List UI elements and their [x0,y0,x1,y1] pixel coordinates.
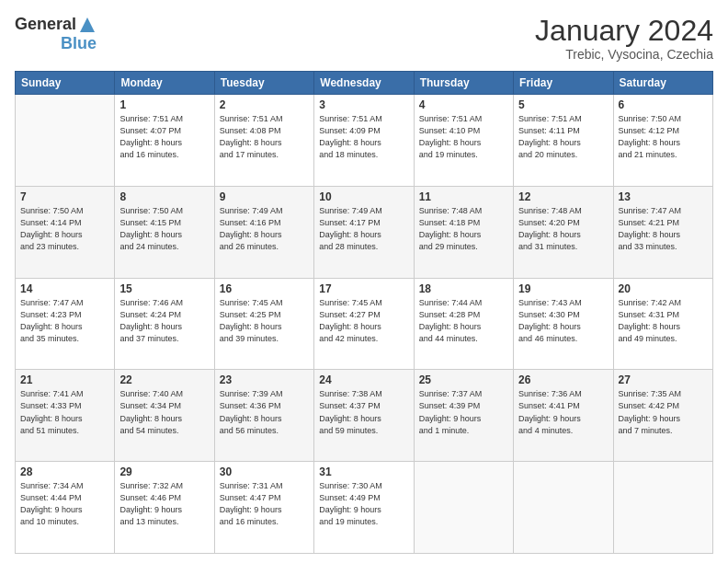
calendar-cell: 8Sunrise: 7:50 AMSunset: 4:15 PMDaylight… [115,186,214,278]
calendar-day-header: Thursday [414,72,513,95]
day-info: Sunrise: 7:46 AMSunset: 4:24 PMDaylight:… [119,297,209,345]
day-number: 11 [419,190,508,203]
day-info: Sunrise: 7:48 AMSunset: 4:20 PMDaylight:… [518,205,608,253]
day-number: 17 [319,282,408,295]
day-info: Sunrise: 7:32 AMSunset: 4:46 PMDaylight:… [119,480,209,528]
calendar-cell [514,462,613,554]
calendar-cell: 20Sunrise: 7:42 AMSunset: 4:31 PMDayligh… [613,278,712,370]
calendar-cell: 3Sunrise: 7:51 AMSunset: 4:09 PMDaylight… [314,95,414,187]
calendar-cell [16,95,115,187]
day-info: Sunrise: 7:47 AMSunset: 4:23 PMDaylight:… [20,297,109,345]
day-info: Sunrise: 7:43 AMSunset: 4:30 PMDaylight:… [518,297,608,345]
calendar-day-header: Saturday [613,72,712,95]
calendar-week-row: 14Sunrise: 7:47 AMSunset: 4:23 PMDayligh… [16,278,713,370]
day-number: 14 [20,282,109,295]
day-number: 30 [220,465,309,478]
day-number: 5 [518,98,608,111]
day-info: Sunrise: 7:37 AMSunset: 4:39 PMDaylight:… [419,388,508,436]
day-number: 23 [220,373,309,386]
day-info: Sunrise: 7:49 AMSunset: 4:16 PMDaylight:… [220,205,309,253]
day-number: 19 [518,282,608,295]
calendar-cell [613,462,712,554]
calendar-week-row: 21Sunrise: 7:41 AMSunset: 4:33 PMDayligh… [16,370,713,462]
day-number: 25 [419,373,508,386]
calendar-body: 1Sunrise: 7:51 AMSunset: 4:07 PMDaylight… [16,95,713,554]
subtitle: Trebic, Vysocina, Czechia [535,47,713,62]
calendar-cell: 9Sunrise: 7:49 AMSunset: 4:16 PMDaylight… [214,186,313,278]
calendar-cell: 22Sunrise: 7:40 AMSunset: 4:34 PMDayligh… [115,370,214,462]
calendar-cell: 31Sunrise: 7:30 AMSunset: 4:49 PMDayligh… [314,462,414,554]
day-info: Sunrise: 7:36 AMSunset: 4:41 PMDaylight:… [518,388,608,436]
day-number: 16 [220,282,309,295]
calendar-day-header: Sunday [16,72,115,95]
day-number: 3 [319,98,408,111]
day-info: Sunrise: 7:51 AMSunset: 4:09 PMDaylight:… [319,113,408,161]
calendar-cell: 15Sunrise: 7:46 AMSunset: 4:24 PMDayligh… [115,278,214,370]
main-title: January 2024 [535,15,713,47]
day-info: Sunrise: 7:48 AMSunset: 4:18 PMDaylight:… [419,205,508,253]
day-info: Sunrise: 7:45 AMSunset: 4:25 PMDaylight:… [220,297,309,345]
day-number: 31 [319,465,408,478]
day-info: Sunrise: 7:39 AMSunset: 4:36 PMDaylight:… [220,388,309,436]
calendar-week-row: 7Sunrise: 7:50 AMSunset: 4:14 PMDaylight… [16,186,713,278]
day-info: Sunrise: 7:50 AMSunset: 4:14 PMDaylight:… [20,205,109,253]
calendar-cell: 25Sunrise: 7:37 AMSunset: 4:39 PMDayligh… [414,370,513,462]
day-number: 8 [119,190,209,203]
day-number: 29 [119,465,209,478]
day-info: Sunrise: 7:38 AMSunset: 4:37 PMDaylight:… [319,388,408,436]
day-number: 27 [619,373,708,386]
day-info: Sunrise: 7:42 AMSunset: 4:31 PMDaylight:… [619,297,708,345]
logo-general-text: General [15,15,76,34]
calendar-cell: 28Sunrise: 7:34 AMSunset: 4:44 PMDayligh… [16,462,115,554]
day-info: Sunrise: 7:49 AMSunset: 4:17 PMDaylight:… [319,205,408,253]
calendar-cell [414,462,513,554]
calendar-cell: 14Sunrise: 7:47 AMSunset: 4:23 PMDayligh… [16,278,115,370]
calendar-cell: 29Sunrise: 7:32 AMSunset: 4:46 PMDayligh… [115,462,214,554]
day-number: 26 [518,373,608,386]
page-header: General Blue January 2024 Trebic, Vysoci… [15,15,713,62]
day-number: 20 [619,282,708,295]
calendar-cell: 13Sunrise: 7:47 AMSunset: 4:21 PMDayligh… [613,186,712,278]
day-number: 12 [518,190,608,203]
day-info: Sunrise: 7:47 AMSunset: 4:21 PMDaylight:… [619,205,708,253]
day-number: 18 [419,282,508,295]
day-info: Sunrise: 7:50 AMSunset: 4:15 PMDaylight:… [119,205,209,253]
calendar-cell: 26Sunrise: 7:36 AMSunset: 4:41 PMDayligh… [514,370,613,462]
day-info: Sunrise: 7:40 AMSunset: 4:34 PMDaylight:… [119,388,209,436]
day-info: Sunrise: 7:31 AMSunset: 4:47 PMDaylight:… [220,480,309,528]
calendar-week-row: 28Sunrise: 7:34 AMSunset: 4:44 PMDayligh… [16,462,713,554]
logo-icon [78,16,97,34]
calendar-cell: 30Sunrise: 7:31 AMSunset: 4:47 PMDayligh… [214,462,313,554]
logo: General Blue [15,15,97,53]
day-info: Sunrise: 7:51 AMSunset: 4:08 PMDaylight:… [220,113,309,161]
day-number: 10 [319,190,408,203]
calendar-cell: 23Sunrise: 7:39 AMSunset: 4:36 PMDayligh… [214,370,313,462]
calendar-cell: 17Sunrise: 7:45 AMSunset: 4:27 PMDayligh… [314,278,414,370]
day-number: 24 [319,373,408,386]
calendar-day-header: Tuesday [214,72,313,95]
calendar-cell: 24Sunrise: 7:38 AMSunset: 4:37 PMDayligh… [314,370,414,462]
calendar-cell: 11Sunrise: 7:48 AMSunset: 4:18 PMDayligh… [414,186,513,278]
calendar-cell: 19Sunrise: 7:43 AMSunset: 4:30 PMDayligh… [514,278,613,370]
day-number: 1 [119,98,209,111]
calendar-cell: 5Sunrise: 7:51 AMSunset: 4:11 PMDaylight… [514,95,613,187]
day-info: Sunrise: 7:34 AMSunset: 4:44 PMDaylight:… [20,480,109,528]
day-number: 6 [619,98,708,111]
calendar-cell: 7Sunrise: 7:50 AMSunset: 4:14 PMDaylight… [16,186,115,278]
calendar-cell: 27Sunrise: 7:35 AMSunset: 4:42 PMDayligh… [613,370,712,462]
calendar-week-row: 1Sunrise: 7:51 AMSunset: 4:07 PMDaylight… [16,95,713,187]
day-number: 15 [119,282,209,295]
calendar-cell: 16Sunrise: 7:45 AMSunset: 4:25 PMDayligh… [214,278,313,370]
day-number: 7 [20,190,109,203]
day-info: Sunrise: 7:45 AMSunset: 4:27 PMDaylight:… [319,297,408,345]
day-info: Sunrise: 7:51 AMSunset: 4:11 PMDaylight:… [518,113,608,161]
svg-marker-0 [80,17,95,32]
calendar-table: SundayMondayTuesdayWednesdayThursdayFrid… [15,71,713,554]
day-info: Sunrise: 7:35 AMSunset: 4:42 PMDaylight:… [619,388,708,436]
calendar-header-row: SundayMondayTuesdayWednesdayThursdayFrid… [16,72,713,95]
day-number: 21 [20,373,109,386]
day-info: Sunrise: 7:44 AMSunset: 4:28 PMDaylight:… [419,297,508,345]
day-number: 22 [119,373,209,386]
calendar-cell: 18Sunrise: 7:44 AMSunset: 4:28 PMDayligh… [414,278,513,370]
calendar-cell: 4Sunrise: 7:51 AMSunset: 4:10 PMDaylight… [414,95,513,187]
